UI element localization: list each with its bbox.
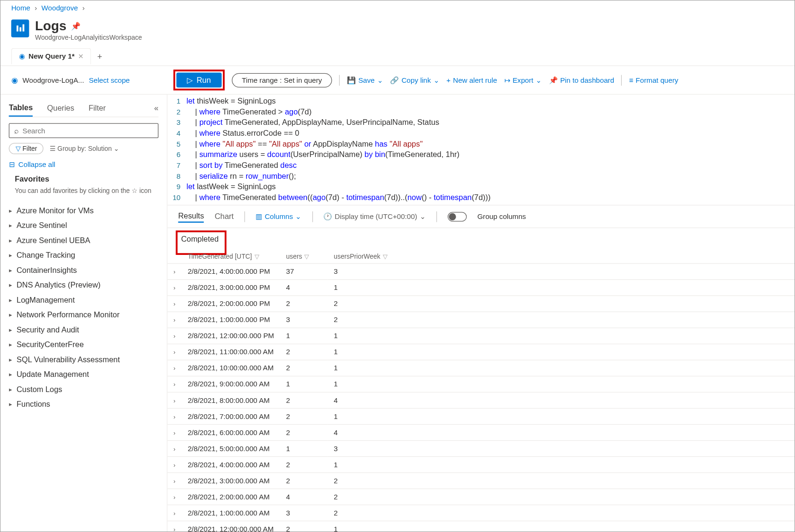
filter-button[interactable]: ▽Filter [9, 143, 44, 154]
table-row[interactable]: ›2/8/2021, 1:00:00.000 PM32 [168, 312, 795, 328]
tree-item[interactable]: SQL Vulnerability Assessment [9, 352, 159, 367]
table-row[interactable]: ›2/8/2021, 12:00:00.000 AM21 [168, 521, 795, 532]
collapse-sidebar-icon[interactable]: « [154, 104, 159, 113]
tab-chart[interactable]: Chart [215, 211, 234, 222]
tab-new-query[interactable]: ◉ New Query 1* ✕ [11, 48, 91, 64]
pin-icon[interactable]: 📌 [71, 22, 80, 31]
tree-item[interactable]: Network Performance Monitor [9, 307, 159, 322]
copy-link-button[interactable]: 🔗Copy link⌄ [390, 76, 439, 84]
expand-icon[interactable]: › [168, 441, 182, 457]
table-row[interactable]: ›2/8/2021, 4:00:00.000 PM373 [168, 263, 795, 279]
tab-queries[interactable]: Queries [47, 100, 74, 116]
tree-item[interactable]: Azure Monitor for VMs [9, 203, 159, 218]
cell-prior: 2 [328, 489, 795, 505]
cell-users: 4 [280, 489, 328, 505]
tab-tables[interactable]: Tables [9, 99, 33, 117]
columns-icon: ▥ [256, 212, 262, 221]
filter-icon[interactable]: ▽ [304, 253, 309, 260]
save-button[interactable]: 💾Save⌄ [347, 76, 383, 84]
cell-time: 2/8/2021, 7:00:00.000 AM [182, 408, 280, 424]
table-row[interactable]: ›2/8/2021, 4:00:00.000 AM21 [168, 457, 795, 473]
tree-item[interactable]: SecurityCenterFree [9, 337, 159, 352]
table-row[interactable]: ›2/8/2021, 8:00:00.000 AM24 [168, 392, 795, 408]
table-row[interactable]: ›2/8/2021, 9:00:00.000 AM11 [168, 376, 795, 392]
group-columns-toggle[interactable] [448, 212, 467, 221]
expand-icon[interactable]: › [168, 263, 182, 279]
play-icon: ▷ [187, 76, 193, 85]
filter-icon[interactable]: ▽ [255, 253, 259, 260]
expand-icon[interactable]: › [168, 521, 182, 532]
cell-time: 2/8/2021, 3:00:00.000 AM [182, 473, 280, 489]
expand-icon[interactable]: › [168, 424, 182, 440]
run-button[interactable]: ▷ Run [177, 72, 222, 87]
table-row[interactable]: ›2/8/2021, 3:00:00.000 AM22 [168, 473, 795, 489]
table-row[interactable]: ›2/8/2021, 5:00:00.000 AM13 [168, 441, 795, 457]
expand-icon[interactable]: › [168, 312, 182, 328]
table-row[interactable]: ›2/8/2021, 2:00:00.000 AM42 [168, 489, 795, 505]
table-row[interactable]: ›2/8/2021, 11:00:00.000 AM21 [168, 344, 795, 360]
time-range-selector[interactable]: Time range : Set in query [232, 73, 332, 87]
cell-time: 2/8/2021, 1:00:00.000 AM [182, 505, 280, 521]
display-time-selector[interactable]: 🕐Display time (UTC+00:00)⌄ [323, 212, 425, 221]
pin-dashboard-button[interactable]: 📌Pin to dashboard [549, 76, 614, 84]
tree-item[interactable]: Custom Logs [9, 382, 159, 397]
expand-icon[interactable]: › [168, 279, 182, 296]
tree-item[interactable]: Functions [9, 396, 159, 411]
filter-icon[interactable]: ▽ [383, 253, 388, 260]
expand-icon[interactable]: › [168, 408, 182, 424]
groupby-selector[interactable]: ☰ Group by: Solution ⌄ [50, 145, 119, 152]
cell-time: 2/8/2021, 4:00:00.000 PM [182, 263, 280, 279]
cell-prior: 1 [328, 457, 795, 473]
expand-icon[interactable]: › [168, 296, 182, 312]
expand-icon[interactable]: › [168, 457, 182, 473]
export-button[interactable]: ↦Export⌄ [504, 76, 542, 84]
tree-item[interactable]: DNS Analytics (Preview) [9, 277, 159, 292]
tree-item[interactable]: Azure Sentinel UEBA [9, 233, 159, 248]
select-scope-link[interactable]: Select scope [89, 76, 130, 84]
expand-icon[interactable]: › [168, 489, 182, 505]
time-range-value: Set in query [284, 76, 322, 84]
cell-users: 37 [280, 263, 328, 279]
new-alert-button[interactable]: +New alert rule [446, 76, 497, 84]
table-row[interactable]: ›2/8/2021, 3:00:00.000 PM41 [168, 279, 795, 296]
tree-item[interactable]: Update Management [9, 366, 159, 382]
search-input[interactable] [23, 126, 153, 135]
cell-users: 1 [280, 328, 328, 344]
tree-item[interactable]: Change Tracking [9, 247, 159, 262]
expand-icon[interactable]: › [168, 344, 182, 360]
col-header-users[interactable]: users▽ [280, 249, 328, 263]
close-icon[interactable]: ✕ [78, 52, 83, 60]
table-row[interactable]: ›2/8/2021, 10:00:00.000 AM21 [168, 360, 795, 376]
table-row[interactable]: ›2/8/2021, 1:00:00.000 AM32 [168, 505, 795, 521]
tree-item[interactable]: ContainerInsights [9, 262, 159, 278]
tree-item[interactable]: Azure Sentinel [9, 218, 159, 233]
expand-icon[interactable]: › [168, 392, 182, 408]
tree-item[interactable]: LogManagement [9, 292, 159, 307]
tab-filter[interactable]: Filter [88, 100, 106, 116]
expand-icon[interactable]: › [168, 473, 182, 489]
breadcrumb-home[interactable]: Home [11, 4, 30, 13]
cell-users: 2 [280, 473, 328, 489]
add-tab-button[interactable]: + [97, 52, 102, 61]
table-row[interactable]: ›2/8/2021, 12:00:00.000 PM11 [168, 328, 795, 344]
col-header-time[interactable]: TimeGenerated [UTC]▽ [182, 249, 280, 263]
collapse-all-link[interactable]: ⊟Collapse all [9, 160, 159, 169]
expand-icon[interactable]: › [168, 505, 182, 521]
expand-icon[interactable]: › [168, 360, 182, 376]
tab-results[interactable]: Results [178, 210, 204, 223]
table-row[interactable]: ›2/8/2021, 2:00:00.000 PM22 [168, 296, 795, 312]
tree-item[interactable]: Security and Audit [9, 322, 159, 337]
cell-users: 2 [280, 457, 328, 473]
columns-button[interactable]: ▥Columns⌄ [256, 212, 301, 221]
query-editor[interactable]: 1let thisWeek = SigninLogs2 | where Time… [168, 95, 795, 205]
table-row[interactable]: ›2/8/2021, 6:00:00.000 AM24 [168, 424, 795, 440]
breadcrumb: Home › Woodgrove › [0, 0, 795, 16]
format-query-button[interactable]: ≡Format query [629, 76, 678, 84]
cell-time: 2/8/2021, 2:00:00.000 AM [182, 489, 280, 505]
expand-icon[interactable]: › [168, 328, 182, 344]
breadcrumb-workspace[interactable]: Woodgrove [42, 4, 78, 13]
col-header-prior[interactable]: usersPriorWeek▽ [328, 249, 795, 263]
expand-icon[interactable]: › [168, 376, 182, 392]
cell-users: 1 [280, 441, 328, 457]
table-row[interactable]: ›2/8/2021, 7:00:00.000 AM21 [168, 408, 795, 424]
